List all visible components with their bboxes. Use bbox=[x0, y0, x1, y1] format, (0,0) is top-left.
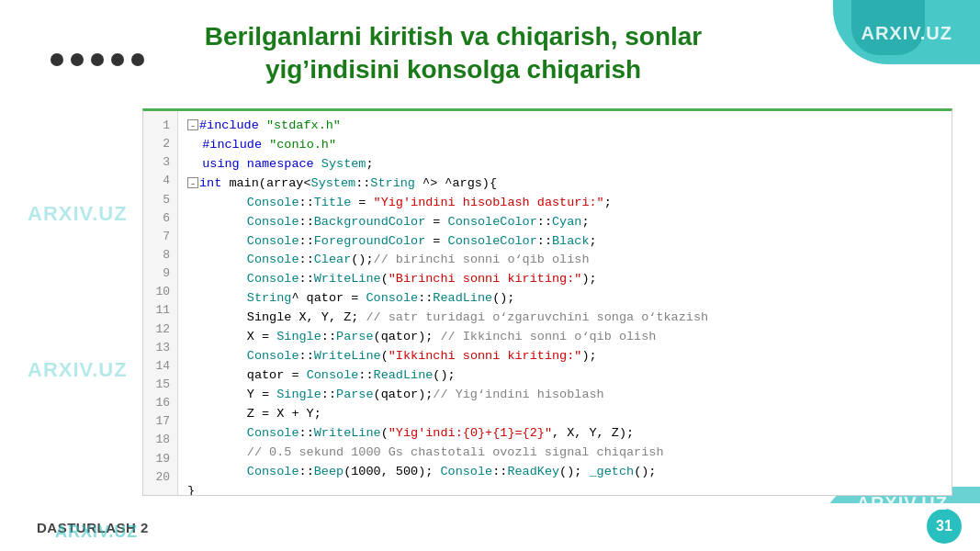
title-line1: Berilganlarni kiritish va chiqarish, son… bbox=[205, 22, 703, 51]
title-line2: yig’indisini konsolga chiqarish bbox=[265, 55, 641, 84]
code-line-11: Single X, Y, Z; // satr turidagi o‘zgaru… bbox=[187, 309, 942, 328]
code-line-8: Console::Clear();// birinchi sonni o‘qib… bbox=[187, 251, 942, 270]
teal-decoration-top-right bbox=[778, 0, 980, 110]
watermark-mid-left: ARXIV.UZ bbox=[28, 202, 128, 226]
code-line-7: Console::ForegroundColor = ConsoleColor:… bbox=[187, 232, 942, 252]
code-line-20: } bbox=[187, 482, 942, 496]
dot-3 bbox=[91, 53, 104, 66]
watermark-top-right: ARXIV.UZ bbox=[861, 23, 952, 44]
code-line-18: // 0.5 sekund 1000 Gs chastotali ovozli … bbox=[187, 444, 942, 463]
code-container: 1 2 3 4 5 6 7 8 9 10 11 12 13 14 15 16 1… bbox=[142, 108, 952, 496]
code-lines: -#include "stdafx.h" #include "conio.h" … bbox=[178, 111, 952, 496]
dot-1 bbox=[51, 53, 63, 66]
code-line-2: #include "conio.h" bbox=[187, 136, 942, 155]
code-line-19: Console::Beep(1000, 500); Console::ReadK… bbox=[187, 463, 942, 482]
code-line-3: using namespace System; bbox=[187, 155, 942, 174]
code-line-16: Z = X + Y; bbox=[187, 405, 942, 424]
code-block: 1 2 3 4 5 6 7 8 9 10 11 12 13 14 15 16 1… bbox=[143, 111, 952, 496]
watermark-mid-left2: ARXIV.UZ bbox=[28, 358, 128, 382]
code-line-12: X = Single::Parse(qator); // Ikkinchi so… bbox=[187, 328, 942, 347]
slide-title: Berilganlarni kiritish va chiqarish, son… bbox=[129, 20, 778, 87]
code-line-9: Console::WriteLine("Birinchi sonni kirit… bbox=[187, 270, 942, 289]
code-line-5: Console::Title = "Yig'indini hisoblash d… bbox=[187, 194, 942, 213]
line-numbers: 1 2 3 4 5 6 7 8 9 10 11 12 13 14 15 16 1… bbox=[143, 111, 178, 496]
code-line-1: -#include "stdafx.h" bbox=[187, 117, 942, 136]
page-number: 31 bbox=[927, 509, 962, 544]
code-line-17: Console::WriteLine("Yig'indi:{0}+{1}={2}… bbox=[187, 424, 942, 444]
code-line-10: String^ qator = Console::ReadLine(); bbox=[187, 289, 942, 309]
code-line-14: qator = Console::ReadLine(); bbox=[187, 366, 942, 386]
code-line-15: Y = Single::Parse(qator);// Yig‘indini h… bbox=[187, 386, 942, 405]
dot-4 bbox=[111, 53, 124, 66]
code-line-4: -int main(array<System::String ^> ^args)… bbox=[187, 174, 942, 194]
dasturlash-label: DASTURLASH 2 bbox=[37, 520, 149, 535]
dot-2 bbox=[71, 53, 84, 66]
code-line-13: Console::WriteLine("Ikkinchi sonni kirit… bbox=[187, 347, 942, 366]
code-line-6: Console::BackgroundColor = ConsoleColor:… bbox=[187, 213, 942, 232]
bottom-bar: DASTURLASH 2 ARXIV.UZ bbox=[0, 503, 980, 551]
